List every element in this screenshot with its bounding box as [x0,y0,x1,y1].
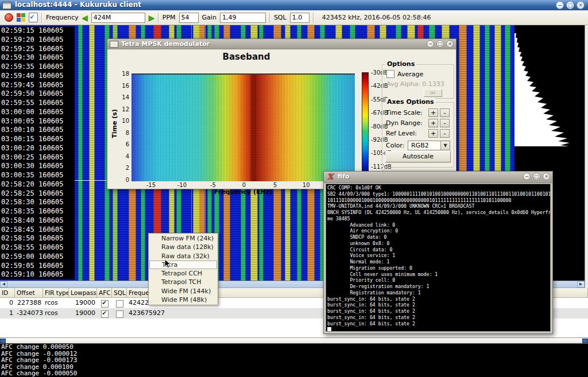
chevron-down-icon[interactable]: ▼ [440,141,450,150]
column-header-id[interactable]: ID [0,288,15,298]
ref-level-label: Ref Level: [386,130,417,137]
fifo-log-line: burst_sync_in: 64 bits, state 2 [327,296,549,302]
autoscale-button[interactable]: Autoscale [385,151,451,162]
x-tick-label: 5 [273,182,277,188]
timestamp-label: 03:00:05 160605 [0,117,75,126]
toolbar-separator [269,13,270,23]
toolbar-separator [313,13,314,23]
fifo-log-line: Cell never uses minimum mode: 1 [327,271,549,278]
gain-input[interactable] [220,13,266,23]
close-button[interactable]: ✕ [577,1,585,9]
column-header-offset[interactable]: Offset [15,288,43,298]
column-header-lowpass[interactable]: Lowpass [69,288,97,298]
mouse-cursor [164,259,171,269]
column-header-fir-type[interactable]: FIR type [43,288,69,298]
maximize-button[interactable]: □ [436,40,444,48]
sql-input[interactable] [290,13,310,23]
sql-checkbox[interactable] [116,300,123,308]
afc-checkbox[interactable] [101,310,109,318]
main-titlebar[interactable]: localhost:4444 - Kukuruku client − □ ✕ [0,0,588,11]
record-icon[interactable] [5,13,13,22]
divider-handle[interactable] [582,339,588,343]
baseband-spectrogram[interactable] [131,73,355,181]
frequency-input[interactable] [91,13,145,23]
minimize-button[interactable]: − [427,40,434,48]
timestamp-label: 02:59:05 160605 [0,262,75,271]
timestamp-label: 02:58:40 160605 [0,216,75,226]
afc-checkbox[interactable] [101,300,109,308]
sql-label: SQL [274,14,287,21]
time-scale-minus-button[interactable]: - [440,108,450,117]
options-group: Options Average Avg Alpha: 0.1333 III [382,64,454,99]
toolbar-separator [41,13,42,23]
window-icon [2,2,11,9]
context-menu-item[interactable]: Tetra [149,261,217,269]
pane-divider[interactable] [0,337,588,344]
frequency-up-icon[interactable]: ▶ [149,14,154,21]
fifo-log-line: SB2 44/09/3/000 type1: 10000011110010100… [327,191,549,197]
dyn-range-plus-button[interactable]: + [428,119,438,127]
terminal-cursor [327,327,331,332]
scroll-right-icon[interactable]: ▶ [577,281,585,287]
context-menu-item[interactable]: Tetrapol CCH [149,269,217,278]
color-dropdown[interactable]: RGB2 ▼ [408,141,450,150]
timestamp-label: 02:59:10 160605 [0,270,75,279]
avg-alpha-slider[interactable]: III [424,89,442,97]
fifo-log-line: De-registration mandatory: 1 [327,283,549,290]
divider-handle[interactable] [0,339,6,343]
fifo-log-line: burst_sync_in: 64 bits, state 2 [327,308,549,314]
timestamp-label: 03:00:00 160605 [0,108,75,117]
cell-id: 1 [0,308,15,318]
dyn-range-minus-button[interactable]: - [440,119,450,127]
cell-lowpass: 19000 [69,298,97,308]
ppm-input[interactable] [179,13,199,23]
ref-level-minus-button[interactable]: - [440,129,450,138]
fifo-log-line: CRC COMP: 0x1d0f OK [327,185,549,191]
context-menu-item[interactable]: Raw data (32k) [149,252,217,261]
context-menu-item[interactable]: Raw data (128k) [149,243,217,251]
toolbar: Frequency ◀ ▶ PPM Gain SQL 423452 kHz, 2… [0,10,588,25]
timestamp-label: 02:58:45 160605 [0,226,75,235]
demodulator-titlebar[interactable]: Tetra MPSK demodulator − □ ✕ [107,39,456,49]
afc-log-line: AFC change -0.000050 [0,370,588,377]
timestamp-label: 02:59:30 160605 [0,53,75,63]
ref-level-plus-button[interactable]: + [428,129,438,138]
timestamp-label: 03:00:15 160605 [0,135,75,144]
fifo-log-line: Voice service: 1 [327,252,549,259]
frequency-down-icon[interactable]: ◀ [82,14,88,21]
minimize-button[interactable]: − [523,173,531,180]
close-button[interactable]: ✕ [446,40,454,48]
demodulator-context-menu: Narrow FM (24k)Raw data (128k)Raw data (… [148,233,218,305]
timestamp-label: 02:59:00 160605 [0,252,75,262]
context-menu-item[interactable]: Wide FM (48k) [149,296,217,304]
column-header-afc[interactable]: AFC [97,288,112,298]
maximize-button[interactable]: □ [566,1,574,9]
waterfall-timestamps: 02:59:15 16060502:59:20 16060502:59:25 1… [0,26,75,279]
context-menu-item[interactable]: Narrow FM (24k) [149,234,217,243]
context-menu-item[interactable]: Wide FM (144k) [149,287,217,296]
maximize-button[interactable]: □ [533,173,540,180]
y-tick-label: 4 [126,153,129,160]
channels-icon[interactable] [17,13,25,22]
save-icon[interactable] [29,13,38,22]
minimize-button[interactable]: − [556,1,564,9]
fifo-log-line: Priority cell: 0 [327,277,549,283]
time-scale-plus-button[interactable]: + [428,108,438,117]
fifo-log-line: burst_sync_in: 64 bits, state 2 [327,302,549,308]
fifo-log-line: Registration mandatory: 1 [327,290,549,296]
column-header-sql[interactable]: SQL [112,288,127,298]
scroll-left-icon[interactable]: ◀ [0,281,7,287]
ppm-label: PPM [163,14,176,21]
sql-checkbox[interactable] [116,310,123,318]
dyn-range-row: Dyn Range: + - [386,119,450,128]
frequency-label: Frequency [46,14,79,21]
fifo-log-line: 1011101000001000100000000000000000001011… [327,197,549,204]
context-menu-item[interactable]: Tetrapol TCH [149,278,217,286]
gain-label: Gain [202,14,216,21]
close-button[interactable]: ✕ [543,173,550,180]
vertical-scrollbar[interactable] [585,25,588,288]
avg-alpha-label: Avg Alpha: 0.1333 [386,80,444,88]
fifo-log-line: Migration supported: 0 [327,265,549,271]
fifo-titlebar[interactable]: X fifo − □ ✕ [324,172,552,183]
average-checkbox[interactable] [386,70,394,78]
